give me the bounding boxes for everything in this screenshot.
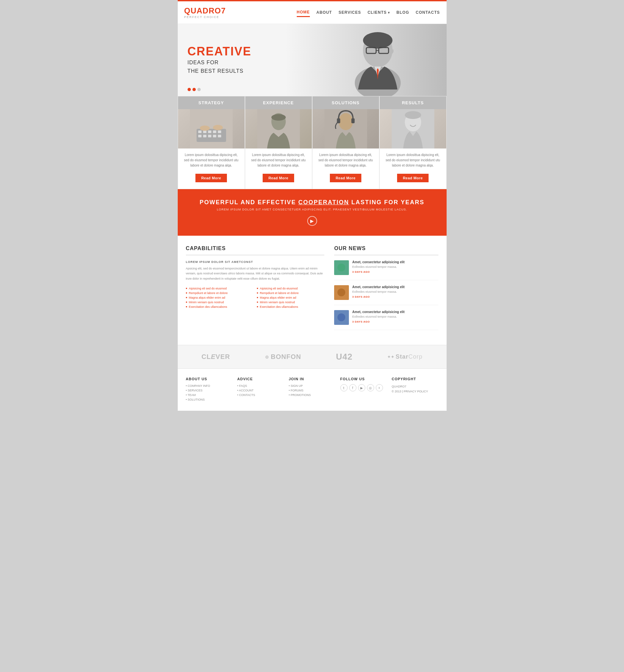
svg-point-24 (338, 113, 353, 130)
news-title-3: Amet, consectetur adipisicing elit (352, 310, 404, 314)
header: QUADRO7 PERFECT CHOICE HOME ABOUT SERVIC… (178, 1, 447, 24)
svg-rect-26 (351, 118, 355, 123)
svg-point-31 (337, 264, 345, 271)
footer-join-signup[interactable]: SIGN UP (289, 384, 335, 387)
dot-1[interactable] (187, 88, 191, 91)
cap-item-1-2: Rempdiunt et labore et dolore (186, 291, 254, 295)
footer-cols: ABOUT US COMPANY INFO SERVICES TEAM SOLU… (186, 377, 438, 403)
svg-point-22 (271, 114, 286, 120)
cap-item-2-5: Exercitation des ullamcabons (257, 304, 324, 309)
svg-point-35 (337, 313, 345, 321)
capabilities-list: Aipisicing eli sed do eiusmod Rempdiunt … (186, 286, 324, 309)
svg-point-33 (337, 289, 345, 296)
cta-arrow-button[interactable]: ▶ (307, 216, 317, 226)
nav-home[interactable]: HOME (297, 8, 310, 17)
footer-join-promotions[interactable]: PROMOTIONS (289, 393, 335, 397)
footer-join-title: JOIN IN (289, 377, 335, 381)
footer-join-forums[interactable]: FORUMS (289, 389, 335, 392)
facebook-icon[interactable]: f (349, 384, 357, 392)
news-thumb-2 (334, 285, 349, 300)
cap-item-2-2: Rempdiunt et labore et dolore (257, 291, 324, 295)
nav-clients[interactable]: CLIENTS (368, 8, 390, 17)
service-img-2 (245, 109, 312, 149)
hero-section: CREATIVE IDEAS FOR THE BEST RESULTS (178, 24, 447, 96)
news-item-1: Amet, consectetur adipisicing elit Eollr… (334, 260, 438, 280)
footer-about-title: ABOUT US (186, 377, 233, 381)
cap-item-2-4: Minim veniam quis nostrud (257, 300, 324, 304)
service-header-1: STRATEGY (178, 97, 244, 109)
footer-advice-title: ADVICE (237, 377, 284, 381)
nav-contacts[interactable]: CONTACTS (416, 8, 440, 17)
capabilities-title: CAPABILITIES (186, 245, 324, 256)
service-img-1 (178, 109, 244, 149)
nav-services[interactable]: SERVICES (338, 8, 361, 17)
copyright-line1: QUADRO7 © 2013 | PRIVACY POLICY (392, 384, 438, 394)
logo-text: QUADRO7 (184, 6, 226, 16)
logo[interactable]: QUADRO7 PERFECT CHOICE (184, 6, 226, 19)
footer-about-team[interactable]: TEAM (186, 393, 233, 397)
svg-rect-10 (208, 131, 211, 133)
footer-advice-account[interactable]: ACCOUNT (237, 389, 284, 392)
service-img-4 (380, 109, 446, 149)
footer-advice: ADVICE FAQS ACCOUNT CONTACTS (237, 377, 284, 403)
partners-section: CLEVER ⊕ BONFON U42 ✦✦ StarCorp (178, 345, 447, 369)
news-thumb-1 (334, 260, 349, 275)
cta-banner: POWERFUL AND EFFECTIVE COOPERATION LASTI… (178, 189, 447, 236)
cap-item-2-1: Aipisicing eli sed do eiusmod (257, 286, 324, 291)
svg-rect-12 (218, 131, 221, 133)
nav-blog[interactable]: BLOG (396, 8, 409, 17)
capabilities-desc: Apsicing elit, sed do eiusmod temporcinc… (186, 266, 324, 281)
service-card-experience: EXPERIENCE Lorem ipsum dolosittua dipisc… (245, 96, 312, 189)
service-text-1: Lorem ipsum dolosittua dipiscing elt, se… (178, 149, 244, 172)
twitter-icon[interactable]: 𝕥 (340, 384, 347, 392)
news-title-1: Amet, consectetur adipisicing elit (352, 260, 404, 264)
service-card-solutions: SOLUTIONS Lorem ipsum dolosittua dipisci… (312, 96, 380, 189)
nav-about[interactable]: ABOUT (316, 8, 332, 17)
youtube-icon[interactable]: ▶ (358, 384, 365, 392)
footer-about-services[interactable]: SERVICES (186, 389, 233, 392)
hero-person-svg (342, 24, 414, 96)
footer-advice-faqs[interactable]: FAQS (237, 384, 284, 387)
bottom-section: CAPABILITIES LOREM IPSUM DOLOR SIT AMETC… (178, 236, 447, 345)
footer-about-solutions[interactable]: SOLUTIONS (186, 398, 233, 401)
hero-content: CREATIVE IDEAS FOR THE BEST RESULTS (187, 45, 252, 75)
news-item-3: Amet, consectetur adipisicing elit Eollr… (334, 310, 438, 330)
service-text-4: Lorem ipsum dolosittua dipiscing elt, se… (380, 149, 446, 172)
footer-join: JOIN IN SIGN UP FORUMS PROMOTIONS (289, 377, 335, 403)
logo-tagline: PERFECT CHOICE (184, 16, 226, 19)
news-excerpt-2: Eollredes eiusmod tempor massa. (352, 290, 404, 294)
dot-2[interactable] (192, 88, 196, 91)
services-grid: STRATEGY (178, 96, 447, 189)
cap-item-1-4: Minim veniam quis nostrud (186, 300, 254, 304)
service-header-4: RESULTS (380, 97, 446, 109)
read-more-experience[interactable]: Read More (263, 174, 294, 182)
news-item-2: Amet, consectetur adipisicing elit Eollr… (334, 285, 438, 305)
dot-3[interactable] (198, 88, 201, 91)
cap-item-1-3: Magna alqus eltder enim ad (186, 295, 254, 300)
partner-clever: CLEVER (202, 353, 230, 360)
capabilities-section: CAPABILITIES LOREM IPSUM DOLOR SIT AMETC… (186, 245, 324, 335)
news-excerpt-1: Eollredes eiusmod tempor massa. (352, 265, 404, 269)
service-header-2: EXPERIENCE (245, 97, 312, 109)
rss-icon[interactable]: ◎ (367, 384, 374, 392)
read-more-results[interactable]: Read More (397, 174, 429, 182)
service-header-3: SOLUTIONS (312, 97, 379, 109)
read-more-solutions[interactable]: Read More (330, 174, 362, 182)
main-nav: HOME ABOUT SERVICES CLIENTS BLOG CONTACT… (297, 8, 440, 17)
footer-about-company[interactable]: COMPANY INFO (186, 384, 233, 387)
footer-advice-contacts[interactable]: CONTACTS (237, 393, 284, 397)
page-wrapper: QUADRO7 PERFECT CHOICE HOME ABOUT SERVIC… (178, 0, 447, 411)
read-more-strategy[interactable]: Read More (196, 174, 227, 182)
hero-title-orange: CREATIVE (187, 45, 252, 58)
news-excerpt-3: Eollredes eiusmod tempor massa. (352, 315, 404, 319)
cap-item-1-1: Aipisicing eli sed do eiusmod (186, 286, 254, 291)
news-date-3: 3 DAYS AGO (352, 320, 404, 323)
plus-icon[interactable]: + (376, 384, 383, 392)
svg-point-19 (213, 125, 223, 130)
cta-subtitle: LOREM IPSUM DOLOR SIT AMET CONSECTETUER … (184, 208, 440, 211)
svg-rect-17 (218, 135, 221, 137)
footer-social-icons: 𝕥 f ▶ ◎ + (340, 384, 387, 392)
svg-rect-11 (213, 131, 216, 133)
news-title: OUR NEWS (334, 245, 438, 256)
cta-title: POWERFUL AND EFFECTIVE COOPERATION LASTI… (184, 199, 440, 206)
